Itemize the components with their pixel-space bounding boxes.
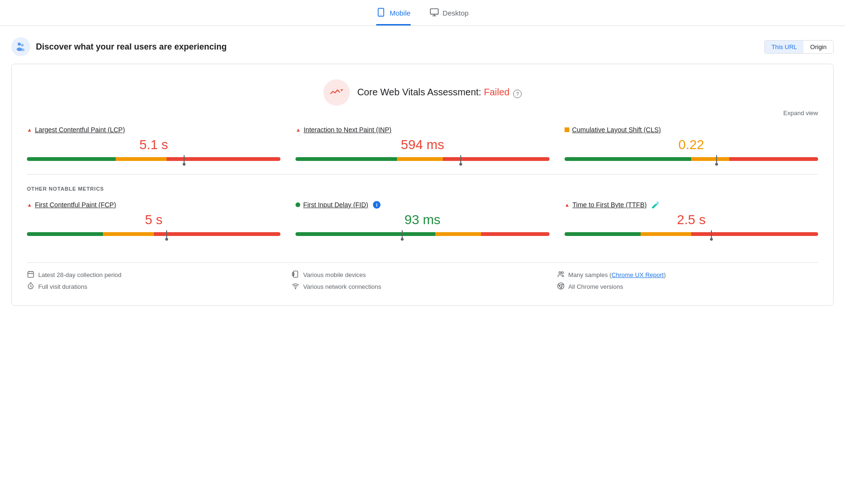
- chrome-ux-report-link[interactable]: Chrome UX Report: [611, 271, 664, 278]
- footer-info: Latest 28-day collection period Full vis…: [27, 262, 818, 294]
- status-triangle: ▲: [27, 127, 32, 133]
- tab-bar: Mobile Desktop: [0, 0, 845, 26]
- tab-desktop[interactable]: Desktop: [430, 8, 469, 25]
- svg-point-18: [296, 288, 296, 289]
- origin-button[interactable]: Origin: [803, 41, 833, 53]
- metric-value-inp: 594 ms: [296, 137, 549, 152]
- footer-visit-text: Full visit durations: [38, 283, 87, 290]
- bar-segment-red: [443, 157, 549, 161]
- metric-ttfb: ▲ Time to First Byte (TTFB)🧪 2.5 s: [565, 201, 818, 238]
- metric-inp: ▲ Interaction to Next Paint (INP) 594 ms: [296, 126, 549, 163]
- svg-rect-10: [28, 272, 34, 277]
- metric-label-fid: First Input Delay (FID)i: [296, 201, 549, 209]
- metric-bar-container-lcp: [27, 157, 280, 161]
- stopwatch-icon: [27, 282, 34, 291]
- bar-marker-inp: [460, 155, 461, 163]
- info-icon[interactable]: i: [373, 201, 380, 209]
- metric-bar-ttfb: [565, 232, 818, 236]
- assessment-help-icon[interactable]: ?: [513, 90, 522, 98]
- bar-marker-fid: [402, 230, 403, 238]
- metric-label-fcp: ▲ First Contentful Paint (FCP): [27, 201, 280, 209]
- bar-segment-green: [27, 157, 116, 161]
- this-url-button[interactable]: This URL: [765, 41, 803, 53]
- tab-mobile-label: Mobile: [389, 9, 410, 17]
- metric-value-ttfb: 2.5 s: [565, 212, 818, 227]
- bar-segment-orange: [103, 232, 153, 236]
- svg-point-6: [21, 44, 24, 46]
- footer-chrome-text: All Chrome versions: [568, 283, 623, 290]
- footer-collection-text: Latest 28-day collection period: [38, 271, 121, 278]
- beaker-icon[interactable]: 🧪: [651, 201, 659, 209]
- status-triangle: ▲: [565, 202, 570, 208]
- status-triangle: ▲: [296, 127, 301, 133]
- other-metrics-label: OTHER NOTABLE METRICS: [27, 186, 818, 192]
- metric-bar-container-fcp: [27, 232, 280, 236]
- calendar-icon: [27, 270, 34, 279]
- wifi-icon: [292, 282, 299, 291]
- metric-bar-fcp: [27, 232, 280, 236]
- expand-view-label: Expand view: [783, 109, 818, 117]
- bar-segment-red: [729, 157, 818, 161]
- svg-point-8: [20, 48, 25, 51]
- metric-label-cls: Cumulative Layout Shift (CLS): [565, 126, 818, 134]
- bar-segment-green: [27, 232, 103, 236]
- metric-link-inp[interactable]: Interaction to Next Paint (INP): [304, 126, 391, 134]
- svg-point-19: [559, 272, 561, 274]
- metric-bar-fid: [296, 232, 549, 236]
- people-icon: [557, 270, 565, 279]
- footer-mobile-devices: Various mobile devices: [292, 270, 553, 279]
- assessment-status: Failed: [484, 87, 509, 97]
- other-metrics-grid: ▲ First Contentful Paint (FCP) 5 s First…: [27, 201, 818, 249]
- status-dot-green: [296, 202, 300, 207]
- footer-network: Various network connections: [292, 282, 553, 291]
- bar-segment-orange: [691, 157, 729, 161]
- assessment-header: Core Web Vitals Assessment: Failed ?: [27, 79, 818, 106]
- assessment-title-prefix: Core Web Vitals Assessment:: [357, 87, 484, 97]
- metric-link-ttfb[interactable]: Time to First Byte (TTFB): [573, 201, 647, 209]
- footer-samples-text: Many samples (Chrome UX Report): [568, 271, 666, 278]
- footer-collection-period: Latest 28-day collection period: [27, 270, 288, 279]
- metric-value-fid: 93 ms: [296, 212, 549, 227]
- header-avatar: [11, 37, 30, 56]
- footer-samples: Many samples (Chrome UX Report): [557, 270, 818, 279]
- metric-value-fcp: 5 s: [27, 212, 280, 227]
- desktop-icon: [430, 8, 439, 18]
- chrome-icon: [557, 282, 565, 291]
- bar-marker-ttfb: [711, 230, 712, 238]
- devices-icon: [292, 270, 299, 279]
- status-square-orange: [565, 127, 569, 132]
- bar-segment-red: [481, 232, 549, 236]
- metric-bar-cls: [565, 157, 818, 161]
- metric-link-cls[interactable]: Cumulative Layout Shift (CLS): [572, 126, 661, 134]
- header-row: Discover what your real users are experi…: [0, 37, 845, 64]
- metric-bar-container-inp: [296, 157, 549, 161]
- metric-label-lcp: ▲ Largest Contentful Paint (LCP): [27, 126, 280, 134]
- metric-bar-inp: [296, 157, 549, 161]
- assessment-title: Core Web Vitals Assessment: Failed ?: [357, 87, 522, 98]
- header-left: Discover what your real users are experi…: [11, 37, 227, 56]
- assessment-icon: [323, 79, 350, 106]
- mobile-icon: [376, 8, 386, 18]
- metric-bar-container-cls: [565, 157, 818, 161]
- bar-segment-orange: [435, 232, 481, 236]
- expand-view[interactable]: Expand view: [27, 109, 818, 117]
- bar-segment-red: [154, 232, 281, 236]
- header-title: Discover what your real users are experi…: [36, 42, 227, 52]
- metric-link-fid[interactable]: First Input Delay (FID): [303, 201, 368, 209]
- bar-segment-orange: [397, 157, 443, 161]
- tab-mobile[interactable]: Mobile: [376, 8, 410, 25]
- footer-devices-text: Various mobile devices: [303, 271, 366, 278]
- svg-point-5: [18, 42, 21, 46]
- metric-lcp: ▲ Largest Contentful Paint (LCP) 5.1 s: [27, 126, 280, 163]
- metric-link-fcp[interactable]: First Contentful Paint (FCP): [35, 201, 116, 209]
- metric-link-lcp[interactable]: Largest Contentful Paint (LCP): [35, 126, 125, 134]
- metric-value-cls: 0.22: [565, 137, 818, 152]
- metric-fid: First Input Delay (FID)i 93 ms: [296, 201, 549, 238]
- bar-marker-cls: [716, 155, 717, 163]
- metric-value-lcp: 5.1 s: [27, 137, 280, 152]
- footer-visit-durations: Full visit durations: [27, 282, 288, 291]
- footer-col2: Various mobile devices Various network c…: [292, 270, 553, 294]
- status-triangle: ▲: [27, 202, 32, 208]
- metric-bar-container-fid: [296, 232, 549, 236]
- metric-label-inp: ▲ Interaction to Next Paint (INP): [296, 126, 549, 134]
